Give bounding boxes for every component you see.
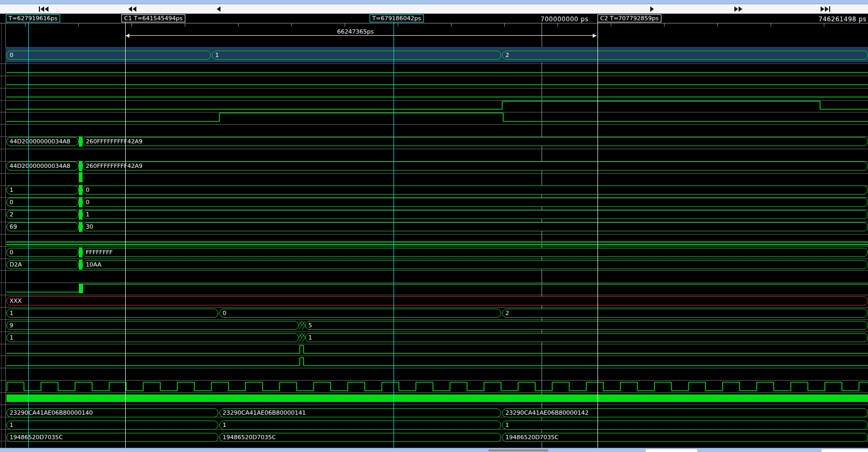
signal-row[interactable]	[0, 344, 868, 355]
bus-value-segment: 0	[83, 185, 868, 195]
skip-to-start-icon	[40, 6, 44, 12]
row-separator	[0, 319, 868, 320]
step-forward-icon	[650, 6, 654, 12]
signal-row[interactable]	[0, 63, 868, 74]
signal-row[interactable]	[0, 112, 868, 123]
row-separator	[0, 173, 868, 174]
skip-to-end-icon	[829, 6, 830, 12]
row-separator	[0, 149, 868, 149]
bus-value-segment: 2	[502, 309, 868, 318]
bus-transition-glitch	[79, 161, 83, 171]
row-separator	[0, 259, 868, 259]
row-separator	[0, 356, 868, 356]
bus-value-segment: 1	[6, 333, 299, 342]
marker-span-arrow	[126, 35, 596, 36]
ruler-tick	[771, 23, 771, 27]
marker-span-label: 66247365ps	[337, 28, 374, 35]
bus-value-segment: 0	[6, 51, 211, 60]
bus-value-segment: FFFFFFFF	[83, 248, 868, 257]
row-separator	[0, 332, 868, 332]
unknown-value-segment: XXX	[6, 296, 868, 305]
c1-marker-line[interactable]	[125, 22, 126, 448]
bus-value-segment: 1	[83, 210, 868, 219]
bus-value-segment: 9	[6, 321, 299, 330]
signal-row[interactable]	[0, 88, 868, 99]
fast-rewind-button[interactable]	[122, 5, 142, 13]
primary-marker-label[interactable]: T=679186042ps	[370, 14, 424, 22]
collapsed-trace-line	[6, 244, 868, 245]
bit-transition-glitch	[79, 284, 83, 293]
bus-value-segment: 0	[6, 248, 79, 257]
dense-clock-row[interactable]	[6, 394, 868, 402]
row-separator	[0, 270, 868, 271]
row-separator	[0, 295, 868, 295]
timeline-ruler	[0, 23, 868, 23]
ruler-tick	[451, 23, 452, 27]
bus-value-segment: 1	[212, 51, 501, 60]
c2-marker-line[interactable]	[597, 22, 598, 448]
step-forward-button[interactable]	[642, 5, 661, 13]
row-separator	[0, 392, 868, 393]
clock-signal-row[interactable]	[0, 381, 868, 392]
ruler-tick	[78, 23, 79, 27]
bus-value-segment: 19486520D7035C	[6, 433, 218, 442]
row-separator	[0, 246, 868, 247]
row-separator	[0, 307, 868, 308]
skip-to-start-button[interactable]	[34, 5, 53, 13]
bus-transition-xx	[299, 321, 305, 330]
bus-value-segment: 1	[6, 421, 218, 430]
bus-value-segment: 23290CA41AE06B80000142	[502, 408, 868, 417]
signal-row[interactable]	[0, 283, 868, 294]
primary-cursor-line[interactable]	[394, 22, 394, 448]
bus-value-segment: 0	[6, 198, 79, 207]
statusbar-widget	[645, 449, 698, 452]
waveform-panel[interactable]: 66247365ps T=627919616psC1 T=641545494ps…	[0, 14, 868, 448]
arrowhead-right-icon	[593, 34, 596, 38]
row-separator	[0, 368, 868, 368]
transport-toolbar	[0, 4, 868, 14]
bus-transition-glitch	[79, 136, 83, 147]
bus-value-segment: 10AA	[83, 260, 868, 269]
signal-row[interactable]	[0, 357, 868, 367]
step-back-icon	[217, 6, 220, 12]
bus-value-segment: 260FFFFFFFFF42A9	[83, 137, 868, 146]
c2-marker-label[interactable]: C2 T=707792859ps	[597, 14, 661, 22]
bus-glitch-tick	[79, 172, 83, 182]
skip-to-start-icon	[45, 6, 48, 12]
scrollbar-thumb[interactable]	[488, 449, 548, 451]
baseline-marker-label[interactable]: T=627919616ps	[6, 14, 60, 22]
fast-forward-button[interactable]	[728, 5, 748, 13]
ruler-tick	[185, 23, 185, 27]
bus-value-segment: 0	[83, 198, 868, 207]
ruler-tick	[504, 23, 505, 27]
horizontal-scrollbar[interactable]	[0, 448, 868, 452]
baseline-marker-line[interactable]	[28, 22, 29, 448]
skip-to-end-button[interactable]	[816, 5, 835, 13]
bus-value-segment: 44D20000000034A8	[6, 137, 79, 146]
skip-to-end-icon	[825, 6, 829, 12]
bus-value-segment: 1	[502, 421, 868, 430]
ruler-tick	[291, 23, 292, 27]
window-titlebar	[0, 0, 868, 4]
skip-to-start-icon	[39, 6, 40, 12]
bus-value-segment: 30	[83, 222, 868, 231]
fast-rewind-icon	[133, 6, 136, 12]
bus-value-segment: 0	[219, 309, 501, 318]
bus-transition-glitch	[79, 185, 83, 195]
signal-row[interactable]	[0, 76, 868, 86]
bus-transition-xx	[299, 333, 305, 342]
collapsed-trace-line	[6, 241, 868, 243]
bus-value-segment: 1	[6, 185, 79, 195]
signal-row[interactable]	[0, 100, 868, 111]
step-back-button[interactable]	[209, 5, 228, 13]
c1-marker-label[interactable]: C1 T=641545494ps	[121, 14, 185, 22]
row-separator	[0, 124, 868, 125]
bus-transition-glitch	[79, 197, 83, 207]
bus-transition-glitch	[79, 247, 83, 257]
row-separator	[0, 234, 868, 235]
bus-value-segment: 2	[502, 51, 868, 60]
bus-transition-glitch	[79, 222, 83, 232]
ruler-time-746261498: 746261498 ps	[818, 15, 866, 23]
ruler-tick	[717, 23, 718, 27]
bus-value-segment: 19486520D7035C	[219, 433, 501, 442]
